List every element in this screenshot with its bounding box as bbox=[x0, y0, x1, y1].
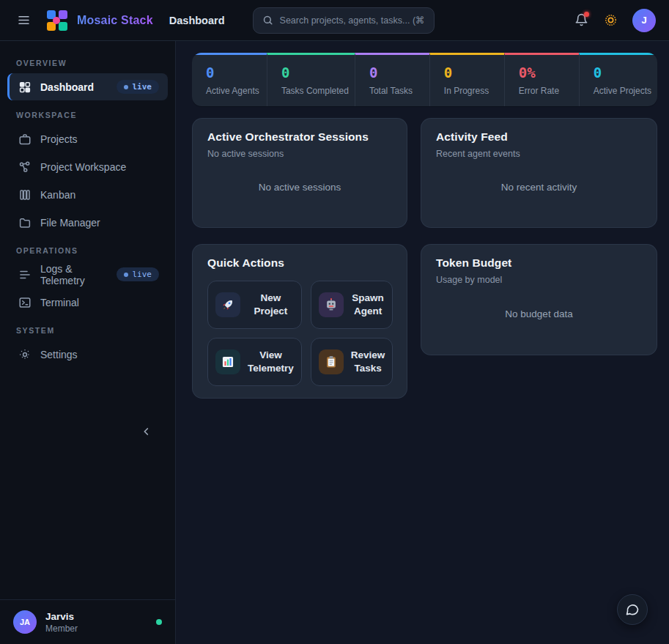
search-input[interactable] bbox=[280, 15, 425, 26]
clipboard-icon bbox=[319, 349, 344, 374]
empty-state-text: No recent activity bbox=[436, 159, 642, 215]
quick-actions-card: Quick Actions New Project Spawn Agent bbox=[192, 244, 407, 399]
sun-icon bbox=[604, 13, 618, 27]
bar-chart-icon bbox=[215, 349, 240, 374]
sidebar-item-label: Kanban bbox=[40, 189, 75, 201]
notification-dot bbox=[584, 12, 589, 17]
section-label-operations: OPERATIONS bbox=[16, 246, 175, 255]
global-search[interactable] bbox=[253, 7, 435, 34]
gear-icon bbox=[18, 348, 32, 361]
live-dot-icon bbox=[124, 85, 128, 89]
quick-action-label: View Telemetry bbox=[248, 349, 294, 374]
new-project-button[interactable]: New Project bbox=[207, 281, 302, 329]
mosaic-logo-icon bbox=[45, 9, 69, 32]
empty-state-text: No active sessions bbox=[207, 159, 392, 215]
stat-card-error-rate: 0% Error Rate bbox=[504, 53, 579, 106]
sidebar-collapse-button[interactable] bbox=[137, 422, 156, 441]
card-subtitle: No active sessions bbox=[207, 149, 392, 159]
stats-row: 0 Active Agents 0 Tasks Completed 0 Tota… bbox=[192, 53, 657, 106]
terminal-icon bbox=[18, 296, 32, 309]
quick-actions-grid: New Project Spawn Agent View Telemetry bbox=[207, 281, 392, 386]
sidebar-toggle-button[interactable] bbox=[12, 9, 35, 32]
section-label-system: SYSTEM bbox=[16, 326, 175, 335]
briefcase-icon bbox=[18, 133, 32, 146]
stat-value: 0 bbox=[206, 64, 261, 81]
stat-value: 0 bbox=[594, 64, 651, 81]
chevron-left-icon bbox=[141, 426, 152, 437]
theme-toggle-button[interactable] bbox=[599, 9, 622, 32]
sidebar-item-dashboard[interactable]: Dashboard live bbox=[7, 73, 168, 100]
brand-name: Mosaic Stack bbox=[77, 14, 153, 27]
review-tasks-button[interactable]: Review Tasks bbox=[311, 338, 393, 386]
sidebar-item-kanban[interactable]: Kanban bbox=[7, 181, 168, 208]
view-telemetry-button[interactable]: View Telemetry bbox=[207, 338, 302, 386]
stat-label: Active Projects bbox=[594, 86, 651, 96]
user-footer: JA Jarvis Member bbox=[0, 599, 175, 644]
main-content: 0 Active Agents 0 Tasks Completed 0 Tota… bbox=[176, 41, 669, 644]
stat-card-active-agents: 0 Active Agents bbox=[192, 53, 267, 106]
live-badge: live bbox=[117, 267, 160, 281]
robot-icon bbox=[319, 292, 344, 317]
hamburger-menu-icon bbox=[17, 13, 31, 27]
stat-label: In Progress bbox=[444, 86, 498, 96]
stat-value: 0 bbox=[369, 64, 424, 81]
sidebar-item-label: File Manager bbox=[40, 217, 100, 229]
stat-card-active-projects: 0 Active Projects bbox=[579, 53, 657, 106]
chat-fab-button[interactable] bbox=[617, 594, 648, 625]
stat-value: 0 bbox=[281, 64, 349, 81]
sidebar-item-label: Logs & Telemetry bbox=[40, 263, 108, 286]
sidebar-item-file-manager[interactable]: File Manager bbox=[7, 209, 168, 236]
stat-value: 0% bbox=[519, 64, 573, 81]
live-badge: live bbox=[117, 80, 160, 94]
spawn-agent-button[interactable]: Spawn Agent bbox=[311, 281, 393, 329]
stat-value: 0 bbox=[444, 64, 498, 81]
stat-card-in-progress: 0 In Progress bbox=[429, 53, 504, 106]
sidebar-item-label: Terminal bbox=[40, 297, 79, 308]
dashboard-grid-icon bbox=[18, 81, 32, 94]
stat-label: Error Rate bbox=[519, 86, 573, 96]
user-avatar[interactable]: J bbox=[632, 9, 656, 32]
card-title: Activity Feed bbox=[436, 130, 642, 144]
notifications-button[interactable] bbox=[569, 9, 593, 32]
empty-state-text: No budget data bbox=[436, 285, 642, 343]
section-label-overview: OVERVIEW bbox=[16, 59, 175, 67]
cards-grid: Active Orchestrator Sessions No active s… bbox=[192, 118, 657, 399]
sidebar-item-project-workspace[interactable]: Project Workspace bbox=[7, 153, 168, 180]
quick-action-label: New Project bbox=[248, 292, 294, 317]
card-title: Token Budget bbox=[436, 256, 642, 270]
sidebar-item-settings[interactable]: Settings bbox=[7, 341, 168, 368]
network-icon bbox=[18, 160, 32, 174]
logs-icon bbox=[18, 268, 32, 281]
active-sessions-card: Active Orchestrator Sessions No active s… bbox=[192, 118, 407, 228]
search-icon bbox=[262, 15, 273, 26]
stat-label: Total Tasks bbox=[369, 86, 424, 96]
user-footer-avatar[interactable]: JA bbox=[13, 610, 37, 634]
folder-icon bbox=[18, 216, 32, 229]
quick-action-label: Spawn Agent bbox=[351, 292, 385, 317]
stat-label: Tasks Completed bbox=[281, 86, 349, 96]
sidebar-item-label: Projects bbox=[40, 133, 78, 145]
sidebar-item-terminal[interactable]: Terminal bbox=[7, 289, 168, 316]
card-title: Quick Actions bbox=[207, 256, 392, 270]
chat-bubble-icon bbox=[625, 602, 640, 617]
sidebar-item-label: Settings bbox=[40, 349, 78, 360]
live-dot-icon bbox=[124, 273, 128, 277]
stat-card-total-tasks: 0 Total Tasks bbox=[355, 53, 429, 106]
stat-label: Active Agents bbox=[206, 86, 261, 96]
user-name: Jarvis bbox=[45, 611, 78, 622]
kanban-icon bbox=[18, 188, 32, 201]
card-subtitle: Usage by model bbox=[436, 275, 642, 285]
card-subtitle: Recent agent events bbox=[436, 149, 642, 159]
top-bar: Mosaic Stack Dashboard J bbox=[0, 0, 669, 41]
online-status-dot bbox=[156, 619, 162, 625]
sidebar-item-projects[interactable]: Projects bbox=[7, 125, 168, 152]
quick-action-label: Review Tasks bbox=[351, 349, 385, 374]
breadcrumb-page-title: Dashboard bbox=[169, 15, 225, 26]
section-label-workspace: WORKSPACE bbox=[16, 111, 175, 119]
sidebar-item-label: Project Workspace bbox=[40, 161, 126, 173]
user-meta: Jarvis Member bbox=[45, 611, 78, 634]
sidebar-item-logs-telemetry[interactable]: Logs & Telemetry live bbox=[7, 261, 168, 288]
stat-card-tasks-completed: 0 Tasks Completed bbox=[267, 53, 355, 106]
user-role: Member bbox=[45, 623, 78, 634]
sidebar-item-label: Dashboard bbox=[40, 81, 94, 93]
